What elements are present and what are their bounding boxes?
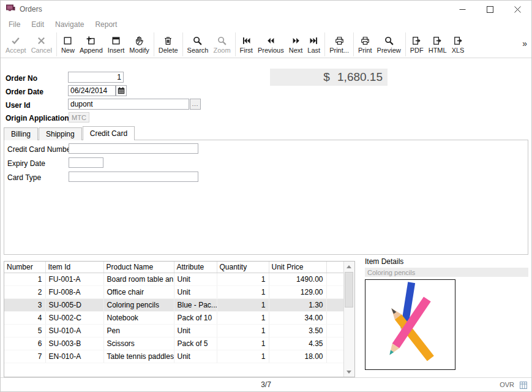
toolbar-button-label: Cancel bbox=[31, 47, 52, 54]
column-header-product-name[interactable]: Product Name bbox=[103, 262, 174, 273]
cell-product-name: Pen bbox=[103, 325, 174, 337]
tab-shipping[interactable]: Shipping bbox=[39, 127, 82, 140]
toolbar-button-first[interactable]: First bbox=[238, 32, 255, 57]
last-icon bbox=[309, 36, 319, 46]
cell-attribute: Blue - Pac... bbox=[174, 299, 217, 312]
column-header-attribute[interactable]: Attribute bbox=[174, 262, 217, 273]
toolbar-button-next[interactable]: Next bbox=[287, 32, 305, 57]
toolbar-button-label: Append bbox=[80, 47, 103, 54]
toolbar-button-new[interactable]: New bbox=[59, 32, 77, 57]
expiry-date-input[interactable] bbox=[69, 157, 103, 168]
toolbar-separator bbox=[353, 32, 354, 56]
toolbar-button-label: Modify bbox=[129, 47, 149, 54]
toolbar-button-previous[interactable]: Previous bbox=[255, 32, 287, 57]
toolbar-button-print[interactable]: Print... bbox=[327, 32, 351, 57]
cell-product-name: Office chair bbox=[103, 286, 174, 299]
scrollbar-thumb[interactable] bbox=[345, 272, 353, 307]
menu-navigate[interactable]: Navigate bbox=[50, 20, 89, 29]
cell-quantity: 1 bbox=[217, 325, 269, 337]
column-header-quantity[interactable]: Quantity bbox=[217, 262, 269, 273]
tab-credit-card[interactable]: Credit Card bbox=[83, 126, 135, 140]
toolbar-button-label: Last bbox=[307, 47, 320, 54]
cell-item-id: SU-002-C bbox=[45, 312, 103, 325]
cell-attribute: Pack of 5 bbox=[174, 337, 217, 350]
toolbar-button-zoom: Zoom bbox=[211, 32, 233, 57]
printer-icon bbox=[334, 36, 345, 46]
scroll-up-button[interactable] bbox=[344, 262, 354, 271]
calendar-button[interactable] bbox=[116, 85, 127, 96]
cell-quantity: 1 bbox=[217, 286, 269, 299]
order-date-input[interactable] bbox=[68, 85, 116, 96]
table-row[interactable]: 4SU-002-CNotebookPack of 10134.00 bbox=[4, 312, 344, 325]
toolbar-button-label: HTML bbox=[429, 47, 447, 54]
cell-filler bbox=[326, 299, 344, 312]
toolbar-button-insert[interactable]: Insert bbox=[105, 32, 127, 57]
order-items-table: NumberItem IdProduct NameAttributeQuanti… bbox=[4, 262, 345, 363]
next-icon bbox=[291, 36, 301, 46]
scroll-down-button[interactable] bbox=[344, 367, 354, 377]
app-icon bbox=[6, 4, 15, 15]
cell-number: 1 bbox=[4, 273, 45, 286]
cell-product-name: Table tennis paddles... bbox=[103, 350, 174, 363]
cell-filler bbox=[326, 312, 344, 325]
menu-report[interactable]: Report bbox=[89, 20, 122, 29]
toolbar-button-last[interactable]: Last bbox=[305, 32, 323, 57]
menubar: FileEditNavigateReport bbox=[1, 18, 531, 31]
table-row[interactable]: 1FU-001-ABoard room table an...Unit11490… bbox=[4, 273, 344, 286]
toolbar-button-xls[interactable]: XLS bbox=[449, 32, 467, 57]
toolbar-button-preview[interactable]: Preview bbox=[375, 32, 403, 57]
main-area: Order No $ 1,680.15 Order Date User Id .… bbox=[1, 58, 531, 379]
column-header-filler bbox=[326, 262, 344, 273]
credit-card-number-input[interactable] bbox=[69, 143, 198, 154]
menu-file[interactable]: File bbox=[3, 20, 26, 29]
window-title: Orders bbox=[20, 5, 42, 13]
column-header-number[interactable]: Number bbox=[4, 262, 45, 273]
cell-item-id: EN-010-A bbox=[45, 350, 103, 363]
cell-unit-price: 1490.00 bbox=[269, 273, 326, 286]
table-row[interactable]: 3SU-005-DColoring pencilsBlue - Pac...11… bbox=[4, 299, 344, 312]
table-row[interactable]: 5SU-010-APenUnit13.50 bbox=[4, 325, 344, 337]
cell-item-id: SU-010-A bbox=[45, 325, 103, 337]
cell-number: 7 bbox=[4, 350, 45, 363]
column-header-item-id[interactable]: Item Id bbox=[45, 262, 103, 273]
column-header-unit-price[interactable]: Unit Price bbox=[269, 262, 326, 273]
toolbar-button-delete[interactable]: Delete bbox=[156, 32, 181, 57]
toolbar-overflow-chevron[interactable]: » bbox=[522, 39, 527, 48]
table-row[interactable]: 7EN-010-ATable tennis paddles...Unit118.… bbox=[4, 350, 344, 363]
toolbar-button-label: Next bbox=[289, 47, 303, 54]
tab-billing[interactable]: Billing bbox=[4, 127, 38, 140]
new-square-icon bbox=[62, 36, 73, 46]
minimize-button[interactable] bbox=[449, 1, 476, 18]
table-row[interactable]: 6SU-003-BScissorsPack of 514.35 bbox=[4, 337, 344, 350]
toolbar-button-label: Delete bbox=[159, 47, 178, 54]
toolbar-button-append[interactable]: Append bbox=[77, 32, 105, 57]
vertical-scrollbar[interactable] bbox=[343, 262, 354, 377]
menu-edit[interactable]: Edit bbox=[26, 20, 50, 29]
toolbar-button-modify[interactable]: Modify bbox=[127, 32, 151, 57]
coloring-pencils-image bbox=[365, 280, 455, 369]
toolbar-button-search[interactable]: Search bbox=[185, 32, 211, 57]
maximize-button[interactable] bbox=[476, 1, 504, 18]
card-type-input[interactable] bbox=[69, 172, 198, 182]
toolbar-separator bbox=[405, 32, 406, 56]
origin-application-value: MTC bbox=[69, 112, 89, 123]
insert-square-icon bbox=[111, 36, 121, 46]
toolbar-button-label: XLS bbox=[452, 47, 465, 54]
toolbar-button-pdf[interactable]: PDF bbox=[408, 32, 426, 57]
cell-attribute: Unit bbox=[174, 273, 217, 286]
cell-number: 2 bbox=[4, 286, 45, 299]
close-button[interactable] bbox=[504, 1, 531, 18]
check-icon bbox=[10, 36, 21, 46]
printer-icon bbox=[360, 36, 370, 46]
user-id-browse-button[interactable]: ... bbox=[190, 99, 201, 110]
toolbar-button-label: Zoom bbox=[213, 47, 230, 54]
orders-window: Orders FileEditNavigateReport » AcceptCa… bbox=[0, 0, 532, 392]
table-row[interactable]: 2FU-008-AOffice chairUnit1129.00 bbox=[4, 286, 344, 299]
toolbar-button-html[interactable]: HTML bbox=[426, 32, 449, 57]
cell-item-id: FU-008-A bbox=[45, 286, 103, 299]
toolbar-button-print[interactable]: Print bbox=[356, 32, 375, 57]
cell-unit-price: 4.35 bbox=[269, 337, 326, 350]
order-no-input[interactable] bbox=[68, 72, 124, 83]
user-id-input[interactable] bbox=[68, 99, 189, 110]
order-items-grid: NumberItem IdProduct NameAttributeQuanti… bbox=[4, 261, 355, 377]
